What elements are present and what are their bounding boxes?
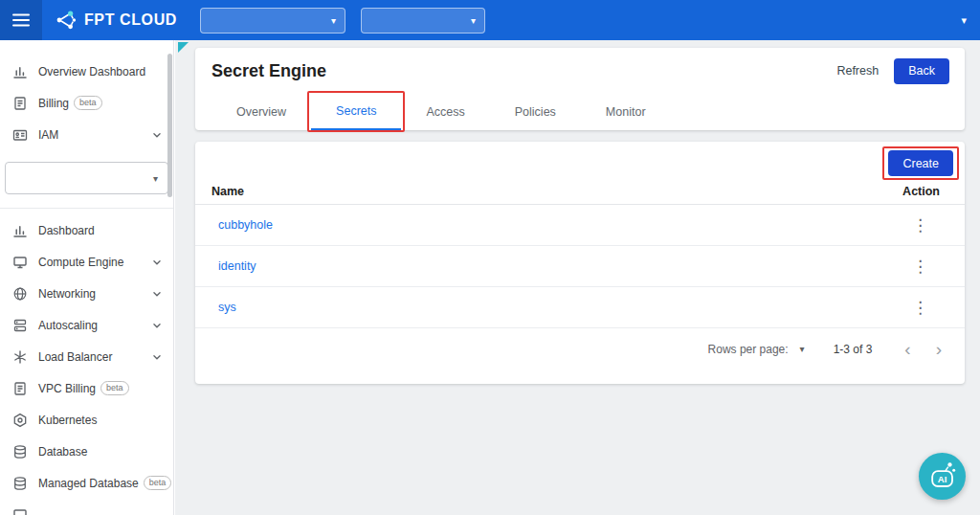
load-balancer-icon [12,349,28,365]
project-select-dropdown[interactable]: ▾ [200,8,345,34]
secret-link-sys[interactable]: sys [218,301,236,314]
beta-badge: beta [74,96,102,110]
sidebar-item-label: Managed Database [38,477,139,490]
sidebar-item-label: VPC Billing [38,382,96,395]
sidebar-item-networking[interactable]: Networking [0,278,173,309]
sidebar-scrollbar-thumb[interactable] [167,54,172,197]
rows-per-page-label: Rows per page: [708,343,789,356]
billing-icon [12,96,28,111]
create-button[interactable]: Create [888,150,953,176]
column-header-name: Name [212,185,244,198]
row-kebab-menu-icon[interactable]: ⋮ [908,298,932,318]
sidebar-item-kubernetes[interactable]: Kubernetes [0,404,173,436]
account-menu-caret[interactable]: ▾ [961,14,967,27]
beta-badge: beta [100,381,129,395]
database-icon [12,476,28,491]
table-header-row: Name Action [195,184,965,205]
sidebar-item-iam[interactable]: IAM [0,119,173,150]
sidebar-item-billing[interactable]: Billing beta [0,87,173,119]
chart-icon [12,64,28,79]
table-row: sys ⋮ [195,287,965,328]
row-kebab-menu-icon[interactable]: ⋮ [908,215,932,235]
sidebar-item-managed-database[interactable]: Managed Database beta [0,467,173,499]
row-kebab-menu-icon[interactable]: ⋮ [908,257,932,277]
beta-badge: beta [144,476,172,490]
chevron-down-icon [150,350,164,364]
chart-icon [12,223,28,238]
refresh-button[interactable]: Refresh [836,64,879,78]
sidebar: Overview Dashboard Billing beta IAM ▾ Da… [0,40,174,515]
tab-secrets[interactable]: Secrets [311,94,401,130]
sidebar-item-label: Compute Engine [38,256,123,269]
ai-label: AI [937,473,947,483]
sidebar-divider [0,208,173,209]
secret-link-cubbyhole[interactable]: cubbyhole [218,218,273,232]
pagination-bar: Rows per page: ▾ 1-3 of 3 ‹ › [195,328,965,369]
sidebar-item-label: Dashboard [38,224,95,237]
chevron-down-icon [150,128,164,142]
ai-assistant-button[interactable]: AI [919,453,966,500]
sidebar-item-partial[interactable] [0,499,173,515]
sidebar-item-label: Database [38,445,87,459]
ai-robot-icon: AI [924,458,962,496]
page-title: Secret Engine [212,61,326,81]
topbar: FPT CLOUD ▾ ▾ ▾ [0,0,980,40]
sidebar-item-label: Kubernetes [38,414,97,427]
main-content: Secret Engine Refresh Back Overview Secr… [175,40,980,515]
fpt-cloud-logo[interactable]: FPT CLOUD [55,9,177,32]
table-row: identity ⋮ [195,246,965,287]
database-icon [12,444,28,459]
sidebar-item-vpc-billing[interactable]: VPC Billing beta [0,372,173,404]
iam-icon [12,127,28,143]
sidebar-item-label: Overview Dashboard [38,65,145,78]
billing-icon [12,381,28,396]
monitor-icon [12,507,28,515]
region-select-dropdown[interactable]: ▾ [361,8,485,34]
sidebar-item-load-balancer[interactable]: Load Balancer [0,341,173,372]
sidebar-item-label: Billing [38,97,69,110]
chevron-down-icon: ▾ [471,15,476,26]
table-row: cubbyhole ⋮ [195,205,965,246]
next-page-button[interactable]: › [936,340,942,358]
tab-access[interactable]: Access [401,94,489,130]
chevron-down-icon [150,256,164,269]
corner-marker [178,42,189,53]
secret-link-identity[interactable]: identity [218,259,256,273]
sidebar-item-label: IAM [38,128,58,142]
chevron-down-icon: ▾ [331,15,336,26]
sidebar-item-database[interactable]: Database [0,436,173,467]
tab-bar: Overview Secrets Access Policies Monitor [195,94,965,130]
sidebar-item-label: Networking [38,287,96,301]
kubernetes-icon [12,413,28,428]
secret-engine-header-card: Secret Engine Refresh Back Overview Secr… [195,48,965,130]
sidebar-item-overview-dashboard[interactable]: Overview Dashboard [0,56,173,87]
fpt-cloud-logo-icon [55,9,78,32]
sidebar-item-compute-engine[interactable]: Compute Engine [0,246,173,278]
sidebar-item-label: Load Balancer [38,350,112,364]
tab-overview[interactable]: Overview [212,94,311,130]
tab-policies[interactable]: Policies [490,94,581,130]
hamburger-icon [12,13,30,27]
back-button[interactable]: Back [894,58,949,84]
secrets-table-card: Create Name Action cubbyhole ⋮ identity … [195,142,965,384]
autoscaling-icon [12,318,28,333]
compute-icon [12,255,28,270]
sidebar-item-dashboard[interactable]: Dashboard [0,214,173,246]
chevron-down-icon: ▾ [153,173,158,184]
hamburger-menu-button[interactable] [0,0,42,40]
pagination-range: 1-3 of 3 [834,343,873,356]
network-icon [12,286,28,302]
tab-monitor[interactable]: Monitor [581,94,671,130]
column-header-action: Action [902,185,940,198]
brand-text: FPT CLOUD [84,11,177,29]
previous-page-button[interactable]: ‹ [904,340,910,358]
sidebar-item-label: Autoscaling [38,319,98,332]
chevron-down-icon [150,287,164,301]
sidebar-item-autoscaling[interactable]: Autoscaling [0,309,173,341]
rows-per-page-dropdown[interactable]: ▾ [800,344,805,354]
vpc-select-dropdown[interactable]: ▾ [5,162,168,194]
chevron-down-icon [150,319,164,332]
